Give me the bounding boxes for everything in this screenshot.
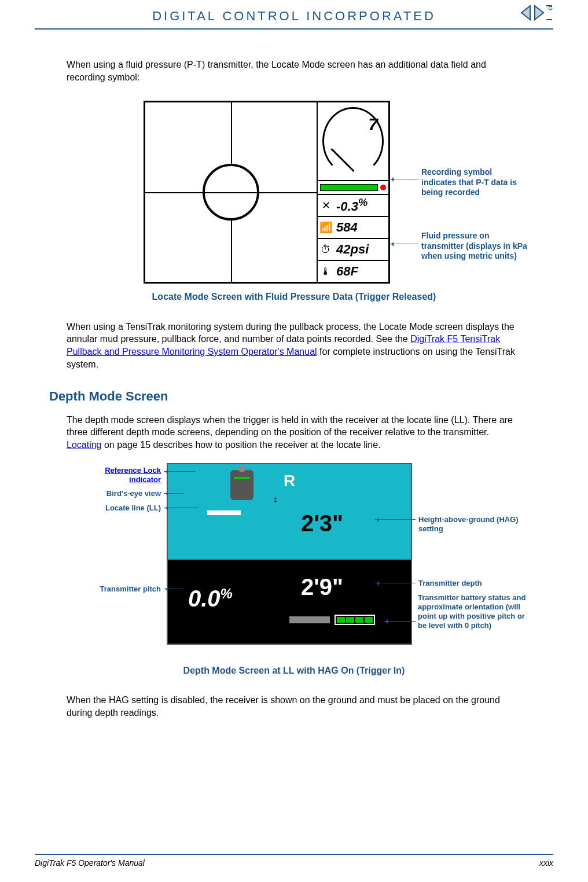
figure-2-caption: Depth Mode Screen at LL with HAG On (Tri… <box>67 664 521 677</box>
pitch-icon: ✕ <box>318 199 334 212</box>
locating-link[interactable]: Locating <box>67 440 102 450</box>
record-dot-icon <box>380 185 386 190</box>
signal-value: 584 <box>334 219 388 236</box>
page-footer: DigiTrak F5 Operator's Manual xxix <box>35 854 553 868</box>
locate-line-icon <box>207 510 241 515</box>
annotation-recording: Recording symbol indicates that P-T data… <box>421 167 528 198</box>
header-company: DIGITAL CONTROL INCORPORATED <box>35 9 553 24</box>
intro-paragraph: When using a fluid pressure (P-T) transm… <box>67 58 521 83</box>
annot-pitch: Transmitter pitch <box>71 585 161 594</box>
tensitrak-paragraph: When using a TensiTrak monitoring system… <box>67 321 521 370</box>
annot-hag: Height-above-ground (HAG) setting <box>418 515 528 534</box>
arrow-icon <box>164 493 184 494</box>
r-indicator: R <box>284 470 295 492</box>
annot-depth: Transmitter depth <box>418 579 528 588</box>
depth-value: 2'9" <box>301 571 343 602</box>
footer-title: DigiTrak F5 Operator's Manual <box>35 858 145 868</box>
arrow-icon <box>389 179 418 179</box>
depth-pitch-value: 0.0% <box>188 583 233 614</box>
ref-lock-link[interactable]: Reference Lock indicator <box>105 466 161 484</box>
transmitter-icon <box>289 615 376 625</box>
updown-arrow-icon: ↕ <box>273 493 278 506</box>
svg-point-0 <box>549 6 552 10</box>
hag-value: 2'3" <box>301 508 343 539</box>
arrow-icon <box>164 508 199 508</box>
arrow-icon <box>164 589 184 589</box>
pressure-icon: ⏱ <box>318 242 334 256</box>
temp-value: 68F <box>334 263 388 280</box>
receiver-icon <box>230 470 253 500</box>
gauge-display: 7 <box>318 102 388 181</box>
figure-1-caption: Locate Mode Screen with Fluid Pressure D… <box>67 291 521 303</box>
recording-bar <box>318 181 388 195</box>
figure-1: 7 ✕-0.3% 📶584 ⏱42psi 🌡68F Recording symb… <box>115 101 473 280</box>
arrow-icon <box>389 244 418 244</box>
hag-disabled-paragraph: When the HAG setting is disabled, the re… <box>67 694 521 719</box>
company-logo-icon <box>519 3 554 22</box>
annotation-pressure: Fluid pressure on transmitter (displays … <box>421 231 528 262</box>
annot-ref-lock: Reference Lock indicator <box>71 466 161 485</box>
figure-2: R ↕ 2'3" 0.0% 2'9" Reference Lock indica… <box>68 463 520 654</box>
pitch-value: -0.3 <box>336 200 358 214</box>
battery-icon <box>335 615 375 625</box>
temp-icon: 🌡 <box>318 264 334 278</box>
annot-battery: Transmitter battery status and approxima… <box>418 593 528 631</box>
arrow-icon <box>384 621 416 622</box>
annot-birdseye: Bird's-eye view <box>71 489 161 498</box>
arrow-icon <box>164 471 196 472</box>
signal-icon: 📶 <box>318 220 334 234</box>
pitch-unit: % <box>358 196 368 208</box>
pressure-value: 42psi <box>334 241 388 258</box>
depth-paragraph: The depth mode screen displays when the … <box>67 414 521 451</box>
page-number: xxix <box>539 858 553 868</box>
arrow-icon <box>375 519 416 520</box>
arrow-icon <box>375 583 416 583</box>
depth-mode-heading: Depth Mode Screen <box>49 388 521 405</box>
annot-ll: Locate line (LL) <box>71 504 161 513</box>
gauge-value: 7 <box>368 113 378 137</box>
